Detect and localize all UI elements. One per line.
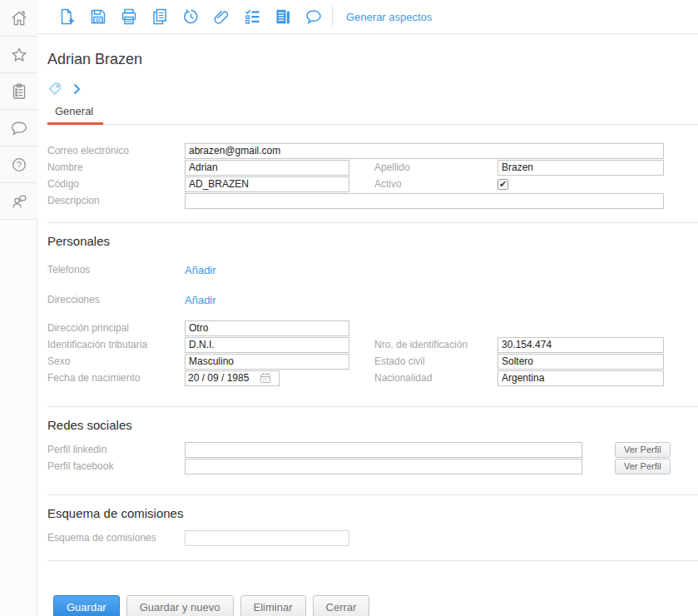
nombre-input[interactable] [185, 160, 349, 176]
linkedin-row: Perfil linkedin Ver Perfil [47, 441, 698, 458]
sexo-row: Sexo Estado civil [47, 353, 698, 370]
direcciones-anadir-link[interactable]: Añadir [185, 294, 216, 306]
person-feedback-icon [9, 191, 29, 211]
fecha-nacimiento-input[interactable] [186, 372, 259, 385]
general-fields: Correo electrónico Nombre Apellido Códig… [47, 142, 698, 209]
section-divider [47, 494, 698, 495]
identificacion-tributaria-input[interactable] [185, 337, 349, 353]
codigo-row: Código Activo ✔ [47, 176, 698, 192]
nacionalidad-label: Nacionalidad [374, 372, 498, 384]
email-input[interactable] [185, 143, 664, 159]
email-label: Correo electrónico [47, 145, 185, 156]
fecha-nacimiento-label: Fecha de nacimiento [47, 372, 185, 384]
facebook-row: Perfil facebook Ver Perfil [47, 458, 698, 474]
checklist-icon[interactable] [236, 0, 267, 34]
report-icon[interactable] [267, 0, 298, 34]
direccion-principal-row: Dirección principal [47, 320, 698, 336]
identificacion-tributaria-label: Identificación tributaria [47, 339, 185, 350]
sexo-input[interactable] [185, 354, 349, 370]
main-content: Adrian Brazen General Correo electrónico… [37, 34, 698, 616]
sidebar-item-home[interactable] [0, 0, 37, 37]
guardar-button[interactable]: Guardar [53, 595, 120, 616]
email-row: Correo electrónico [47, 142, 698, 159]
perfil-linkedin-input[interactable] [185, 442, 582, 458]
nro-identificacion-input[interactable] [498, 337, 664, 353]
page-title: Adrian Brazen [47, 50, 698, 68]
telefonos-row: Telefonos Añadir [47, 261, 698, 279]
comisiones-fields: Esquema de comisiones [47, 529, 698, 546]
estado-civil-input[interactable] [498, 354, 664, 370]
tags-row [47, 81, 698, 97]
sidebar-item-clipboard[interactable] [0, 73, 37, 110]
generar-aspectos-link[interactable]: Generar aspectos [346, 11, 432, 23]
ver-perfil-linkedin-button[interactable]: Ver Perfil [615, 442, 671, 458]
section-divider [47, 406, 698, 407]
calendar-icon[interactable] [260, 372, 271, 384]
fecha-nacimiento-row: Fecha de nacimiento Nacional [47, 370, 698, 386]
identificacion-row: Identificación tributaria Nro. de identi… [47, 336, 698, 353]
codigo-input[interactable] [185, 176, 349, 192]
esquema-comisiones-input[interactable] [185, 530, 349, 546]
section-divider [47, 560, 698, 561]
tab-general[interactable]: General [47, 102, 103, 125]
new-document-icon[interactable] [52, 0, 82, 34]
direcciones-label: Direcciones [47, 294, 185, 306]
help-icon: ? [9, 155, 29, 175]
personales-heading: Personales [47, 234, 698, 249]
cerrar-button[interactable]: Cerrar [313, 595, 370, 616]
sidebar-item-feedback[interactable] [0, 183, 37, 220]
save-icon[interactable] [82, 0, 113, 34]
comment-icon[interactable] [298, 0, 329, 34]
sexo-label: Sexo [47, 355, 185, 367]
left-sidebar: ? [0, 0, 37, 616]
nombre-label: Nombre [47, 161, 185, 173]
estado-civil-label: Estado civil [374, 355, 498, 367]
activo-label: Activo [374, 178, 498, 190]
redes-fields: Perfil linkedin Ver Perfil Perfil facebo… [47, 441, 698, 474]
tab-bar: General [47, 102, 698, 125]
apellido-input[interactable] [498, 160, 664, 176]
activo-checkbox[interactable]: ✔ [498, 179, 508, 190]
chevron-right-icon[interactable] [72, 82, 82, 97]
nacionalidad-input[interactable] [498, 370, 664, 386]
section-divider [47, 222, 698, 223]
descripcion-label: Descripcion [47, 195, 185, 206]
direccion-principal-input[interactable] [185, 320, 349, 336]
direcciones-row: Direcciones Añadir [47, 291, 698, 309]
svg-text:?: ? [17, 159, 22, 169]
copy-icon[interactable] [144, 0, 175, 34]
history-icon[interactable] [175, 0, 205, 34]
telefonos-anadir-link[interactable]: Añadir [185, 264, 216, 276]
perfil-facebook-label: Perfil facebook [47, 460, 185, 472]
nro-identificacion-label: Nro. de identificación [374, 339, 498, 350]
chat-bubble-icon [9, 118, 29, 138]
descripcion-input[interactable] [185, 193, 664, 209]
ver-perfil-facebook-button[interactable]: Ver Perfil [615, 459, 671, 474]
home-icon [9, 8, 29, 28]
top-toolbar: Generar aspectos [37, 0, 698, 34]
perfil-linkedin-label: Perfil linkedin [47, 444, 185, 455]
eliminar-button[interactable]: Eliminar [240, 595, 306, 616]
telefonos-label: Telefonos [47, 264, 185, 276]
clipboard-icon [9, 82, 29, 102]
sidebar-item-help[interactable]: ? [0, 147, 37, 183]
attach-icon[interactable] [205, 0, 236, 34]
direccion-principal-label: Dirección principal [47, 322, 185, 334]
print-icon[interactable] [113, 0, 144, 34]
descripcion-row: Descripcion [47, 192, 698, 209]
tag-icon[interactable] [47, 81, 64, 97]
sidebar-item-favorites[interactable] [0, 37, 37, 73]
redes-sociales-heading: Redes sociales [47, 418, 698, 433]
perfil-facebook-input[interactable] [185, 459, 582, 474]
action-buttons: Guardar Guardar y nuevo Eliminar Cerrar [53, 595, 698, 616]
apellido-label: Apellido [374, 161, 498, 173]
nombre-row: Nombre Apellido [47, 159, 698, 176]
esquema-comisiones-row: Esquema de comisiones [47, 529, 698, 546]
fecha-nacimiento-field [185, 370, 280, 386]
toolbar-divider [332, 7, 333, 27]
codigo-label: Código [47, 178, 185, 190]
esquema-comisiones-heading: Esquema de comisiones [47, 506, 698, 521]
star-icon [9, 45, 29, 65]
guardar-y-nuevo-button[interactable]: Guardar y nuevo [126, 595, 234, 616]
sidebar-item-chat[interactable] [0, 110, 37, 147]
